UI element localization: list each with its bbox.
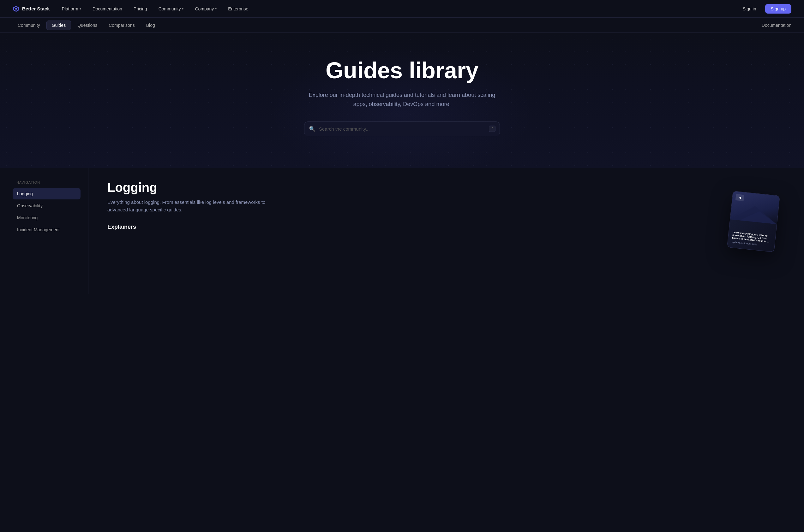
sec-nav-documentation-link[interactable]: Documentation <box>762 23 791 28</box>
sidebar: Navigation Logging Observability Monitor… <box>0 168 88 294</box>
nav-platform[interactable]: Platform ▾ <box>57 4 86 13</box>
search-shortcut-badge: / <box>489 126 495 132</box>
section-title: Logging <box>107 180 284 195</box>
main-text-block: Logging Everything about logging. From e… <box>107 180 284 235</box>
sec-nav-guides[interactable]: Guides <box>47 20 71 30</box>
nav-pricing[interactable]: Pricing <box>129 4 151 13</box>
secondary-navigation: Community Guides Questions Comparisons B… <box>0 18 804 33</box>
search-input[interactable] <box>304 121 500 136</box>
thumbnail-graphic <box>730 201 779 224</box>
brand-name: Better Stack <box>22 6 50 11</box>
nav-company[interactable]: Company ▾ <box>190 4 221 13</box>
hero-section: Guides library Explore our in-depth tech… <box>0 33 804 168</box>
svg-point-2 <box>15 8 17 10</box>
sidebar-item-incident-management[interactable]: Incident Management <box>13 224 80 235</box>
hero-subtitle: Explore our in-depth technical guides an… <box>307 91 497 109</box>
subsection-heading: Explainers <box>107 224 284 230</box>
thumbnail-play-icon: ◀ <box>738 196 741 200</box>
sidebar-nav-label: Navigation <box>13 180 80 184</box>
secondary-nav-left: Community Guides Questions Comparisons B… <box>13 20 160 30</box>
thumbnail-card: ◀ Learn everything you want to know abou… <box>727 191 780 252</box>
logo[interactable]: Better Stack <box>13 5 50 12</box>
signin-button[interactable]: Sign in <box>738 4 761 13</box>
nav-community[interactable]: Community ▾ <box>154 4 188 13</box>
signup-button[interactable]: Sign up <box>765 4 791 14</box>
chevron-down-icon: ▾ <box>79 7 81 11</box>
section-description: Everything about logging. From essential… <box>107 198 284 214</box>
content-section: Navigation Logging Observability Monitor… <box>0 168 804 294</box>
search-icon: 🔍 <box>309 126 315 132</box>
sidebar-item-monitoring[interactable]: Monitoring <box>13 212 80 223</box>
chevron-down-icon: ▾ <box>182 7 183 11</box>
sec-nav-comparisons[interactable]: Comparisons <box>104 21 140 30</box>
sec-nav-blog[interactable]: Blog <box>141 21 160 30</box>
page-title: Guides library <box>13 58 791 83</box>
sidebar-item-logging[interactable]: Logging <box>13 188 80 200</box>
sec-nav-questions[interactable]: Questions <box>72 21 102 30</box>
main-content-inner: Logging Everything about logging. From e… <box>107 180 785 263</box>
chevron-down-icon: ▾ <box>215 7 217 11</box>
thumbnail-card-content: Learn everything you want to know about … <box>731 231 772 248</box>
nav-enterprise[interactable]: Enterprise <box>224 4 253 13</box>
main-content: Logging Everything about logging. From e… <box>88 168 804 294</box>
nav-left: Better Stack Platform ▾ Documentation Pr… <box>13 4 253 13</box>
logo-icon <box>13 5 20 12</box>
nav-documentation[interactable]: Documentation <box>88 4 127 13</box>
illustration-area: ◀ Learn everything you want to know abou… <box>722 180 785 263</box>
top-navigation: Better Stack Platform ▾ Documentation Pr… <box>0 0 804 18</box>
sec-nav-community[interactable]: Community <box>13 21 45 30</box>
search-wrapper: 🔍 / <box>304 121 500 136</box>
sidebar-item-observability[interactable]: Observability <box>13 200 80 211</box>
nav-right: Sign in Sign up <box>738 4 791 14</box>
